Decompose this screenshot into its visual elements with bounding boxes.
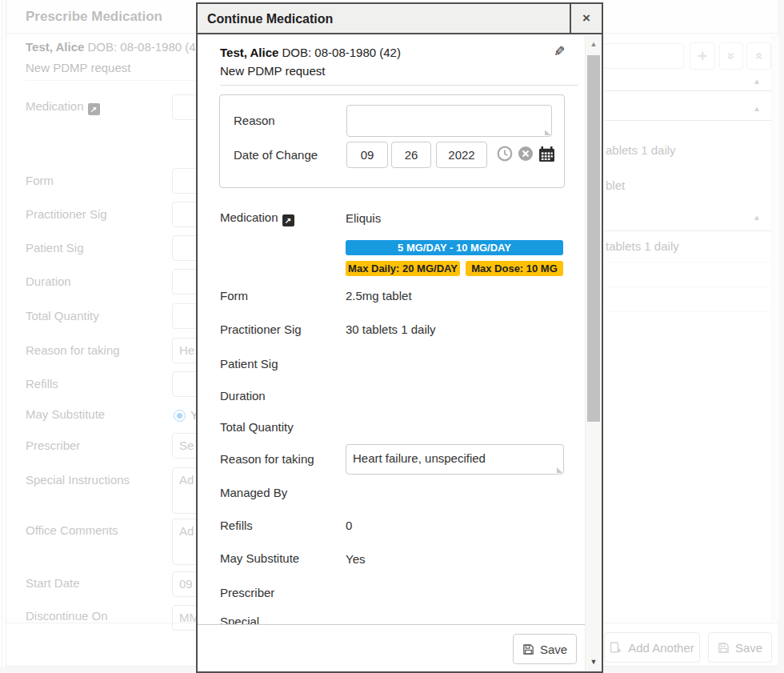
form-label: Form xyxy=(220,289,248,302)
scroll-down-icon[interactable]: ▼ xyxy=(586,658,602,666)
clear-date-icon[interactable] xyxy=(518,146,534,162)
date-month-input[interactable]: 09 xyxy=(346,142,388,168)
divider xyxy=(198,624,602,625)
practitioner-sig-value: 30 tablets 1 daily xyxy=(346,322,436,336)
dialog-header: Continue Medication × xyxy=(198,4,602,34)
scrollbar-thumb[interactable] xyxy=(587,55,600,422)
calendar-icon[interactable] xyxy=(538,146,555,162)
duration-label: Duration xyxy=(220,389,266,403)
dialog-scrollbar[interactable]: ▲ ▼ xyxy=(585,36,602,671)
special-label-clipped: Special xyxy=(220,615,259,624)
external-link-icon[interactable]: ↗ xyxy=(282,214,294,226)
screen: Prescribe Medication Test, Alice DOB: 08… xyxy=(0,0,784,673)
refills-label: Refills xyxy=(220,519,253,532)
date-day-input[interactable]: 26 xyxy=(391,142,431,168)
reason-label: Reason xyxy=(234,114,275,127)
reason-textarea[interactable] xyxy=(346,105,552,137)
patient-sig-label: Patient Sig xyxy=(220,357,278,371)
managed-by-label: Managed By xyxy=(220,486,287,499)
reason-for-taking-textarea[interactable]: Heart failure, unspecified xyxy=(346,444,564,475)
close-icon: × xyxy=(582,10,590,26)
divider xyxy=(220,85,578,86)
dialog-title: Continue Medication xyxy=(198,4,333,33)
patient-line: Test, Alice DOB: 08-08-1980 (42) xyxy=(220,46,401,59)
reason-for-taking-label: Reason for taking xyxy=(220,452,314,466)
pdmp-note: New PDMP request xyxy=(220,64,325,78)
date-year-input[interactable]: 2022 xyxy=(436,142,487,168)
change-details-box: Reason Date of Change 09 26 2022 xyxy=(219,94,565,188)
practitioner-sig-label: Practitioner Sig xyxy=(220,322,302,336)
may-substitute-label: May Substitute xyxy=(220,551,299,565)
refills-value: 0 xyxy=(346,519,352,532)
medication-value: Eliquis xyxy=(346,211,381,225)
dose-range-badge: 5 MG/DAY - 10 MG/DAY xyxy=(346,240,563,255)
date-of-change-label: Date of Change xyxy=(234,148,318,162)
dialog-body: Test, Alice DOB: 08-08-1980 (42) ✎ New P… xyxy=(198,36,602,671)
medication-label: Medication↗ xyxy=(220,210,294,226)
scroll-up-icon[interactable]: ▲ xyxy=(586,40,602,48)
max-daily-badge: Max Daily: 20 MG/DAY xyxy=(346,261,460,276)
close-button[interactable]: × xyxy=(570,4,602,33)
edit-pencil-icon[interactable]: ✎ xyxy=(550,45,567,56)
max-dose-badge: Max Dose: 10 MG xyxy=(466,261,563,276)
save-button[interactable]: Save xyxy=(513,634,577,664)
may-substitute-value: Yes xyxy=(346,552,365,566)
clock-icon[interactable] xyxy=(497,146,513,162)
prescriber-label: Prescriber xyxy=(220,586,274,599)
floppy-disk-icon xyxy=(522,643,534,655)
patient-name: Test, Alice xyxy=(220,46,278,59)
patient-dob: DOB: 08-08-1980 (42) xyxy=(282,46,401,59)
total-quantity-label: Total Quantity xyxy=(220,420,294,434)
save-label: Save xyxy=(540,643,567,656)
continue-medication-dialog: Continue Medication × Test, Alice DOB: 0… xyxy=(196,2,603,673)
form-value: 2.5mg tablet xyxy=(346,289,412,302)
